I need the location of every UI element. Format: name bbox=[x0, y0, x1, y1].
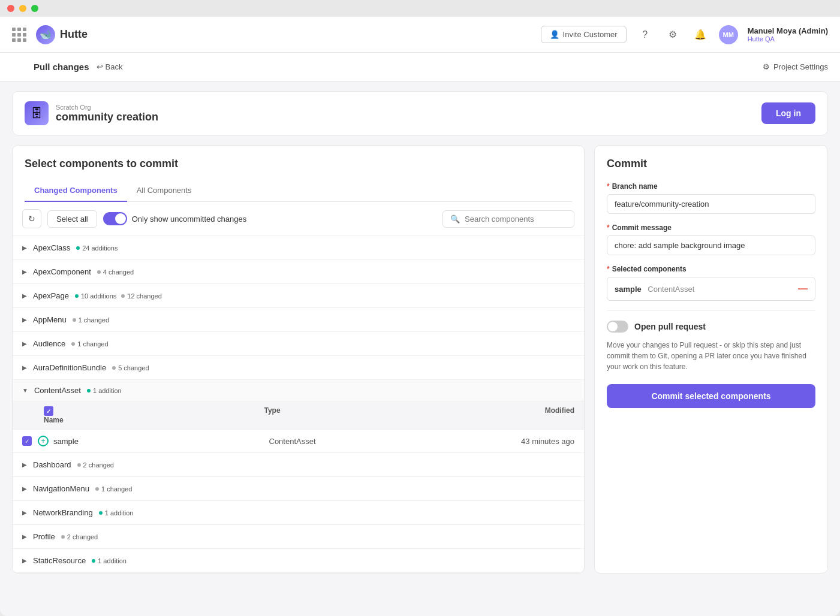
org-left: 🗄 Scratch Org community creation bbox=[25, 101, 158, 125]
refresh-button[interactable]: ↻ bbox=[22, 209, 41, 228]
maximize-button[interactable] bbox=[31, 5, 38, 12]
component-badge: 1 addition bbox=[99, 509, 134, 517]
settings-icon[interactable]: ⚙ bbox=[664, 26, 682, 44]
logo[interactable]: 🐋 Hutte bbox=[36, 25, 88, 44]
back-arrow-icon: ↩ bbox=[97, 62, 103, 71]
list-item[interactable]: ▶ Profile 2 changed bbox=[13, 525, 584, 549]
col-type-header: Type bbox=[264, 406, 485, 424]
component-list: ▶ ApexClass 24 additions ▶ ApexComponent bbox=[13, 236, 584, 573]
minimize-button[interactable] bbox=[19, 5, 26, 12]
badge-dot-gray bbox=[71, 342, 75, 346]
chevron-down-icon: ▼ bbox=[22, 387, 28, 394]
uncommitted-toggle-area: Only show uncommitted changes bbox=[103, 212, 246, 225]
file-name: sample bbox=[53, 437, 269, 446]
badge-dot-gray bbox=[112, 366, 116, 370]
component-name: StaticResource bbox=[33, 556, 86, 565]
chevron-right-icon: ▶ bbox=[22, 340, 27, 347]
open-pr-toggle-row: Open pull request bbox=[607, 321, 815, 333]
org-icon: 🗄 bbox=[25, 101, 49, 125]
open-pr-description: Move your changes to Pull request - or s… bbox=[607, 340, 815, 372]
uncommitted-toggle-label: Only show uncommitted changes bbox=[132, 215, 246, 224]
select-all-button[interactable]: Select all bbox=[47, 210, 97, 228]
component-name: NetworkBranding bbox=[33, 508, 93, 517]
chevron-right-icon: ▶ bbox=[22, 485, 27, 492]
badge-dot-gray bbox=[97, 270, 101, 274]
list-item[interactable]: ▶ ApexComponent 4 changed bbox=[13, 260, 584, 284]
file-type: ContentAsset bbox=[269, 437, 485, 446]
user-org: Hutte QA bbox=[748, 35, 828, 43]
divider bbox=[607, 310, 815, 311]
list-item[interactable]: ▶ Dashboard 2 changed bbox=[13, 453, 584, 477]
list-item[interactable]: ▶ AuraDefinitionBundle 5 changed bbox=[13, 356, 584, 380]
badge-dot-green bbox=[99, 511, 103, 515]
badge-dot-gray bbox=[77, 463, 81, 467]
component-name: Profile bbox=[33, 532, 55, 541]
org-name: community creation bbox=[56, 111, 158, 123]
list-item[interactable]: ▶ ApexPage 10 additions 12 changed bbox=[13, 284, 584, 308]
grid-menu-icon[interactable] bbox=[12, 28, 26, 42]
branch-name-field: * Branch name bbox=[607, 182, 815, 214]
org-details: Scratch Org community creation bbox=[56, 104, 158, 123]
component-badge: 1 changed bbox=[95, 485, 132, 493]
component-badge: 24 additions bbox=[76, 244, 118, 252]
title-bar bbox=[0, 0, 840, 17]
uncommitted-toggle[interactable] bbox=[103, 212, 127, 225]
component-badge: 10 additions 12 changed bbox=[75, 292, 162, 300]
list-item[interactable]: ▼ ContentAsset 1 addition bbox=[13, 380, 584, 401]
tab-all-components[interactable]: All Components bbox=[127, 180, 201, 202]
badge-dot-gray bbox=[121, 294, 125, 298]
notifications-icon[interactable]: 🔔 bbox=[691, 26, 709, 44]
commit-message-field: * Commit message bbox=[607, 224, 815, 255]
selected-components-label: * Selected components bbox=[607, 265, 815, 273]
remove-component-button[interactable]: — bbox=[798, 283, 808, 294]
file-checkbox[interactable] bbox=[22, 436, 32, 446]
badge-dot-green bbox=[75, 294, 79, 298]
nav-right: 👤 Invite Customer ? ⚙ 🔔 MM Manuel Moya (… bbox=[541, 25, 828, 44]
close-button[interactable] bbox=[7, 5, 14, 12]
org-type: Scratch Org bbox=[56, 104, 158, 111]
project-settings-button[interactable]: ⚙ Project Settings bbox=[763, 62, 828, 71]
list-item[interactable]: ▶ NetworkBranding 1 addition bbox=[13, 501, 584, 525]
main-content: Select components to commit Changed Comp… bbox=[0, 145, 840, 585]
list-item[interactable]: ▶ Audience 1 changed bbox=[13, 332, 584, 356]
back-button[interactable]: ↩ Back bbox=[97, 62, 123, 71]
selected-components-field: * Selected components sample ContentAsse… bbox=[607, 265, 815, 301]
open-pr-toggle[interactable] bbox=[607, 321, 628, 333]
commit-title: Commit bbox=[607, 158, 815, 170]
tab-changed-components[interactable]: Changed Components bbox=[25, 180, 127, 202]
invite-customer-button[interactable]: 👤 Invite Customer bbox=[541, 26, 627, 43]
chevron-right-icon: ▶ bbox=[22, 244, 27, 251]
chevron-right-icon: ▶ bbox=[22, 268, 27, 275]
chevron-right-icon: ▶ bbox=[22, 461, 27, 468]
chevron-right-icon: ▶ bbox=[22, 316, 27, 323]
branch-name-input[interactable] bbox=[607, 194, 815, 214]
badge-dot-green bbox=[76, 246, 80, 250]
selected-comp-name: sample bbox=[615, 285, 642, 294]
header-checkbox[interactable] bbox=[44, 406, 53, 416]
commit-message-input[interactable] bbox=[607, 235, 815, 255]
component-badge: 1 addition bbox=[87, 387, 122, 394]
component-badge: 1 changed bbox=[73, 316, 109, 324]
component-badge: 1 changed bbox=[71, 340, 108, 348]
list-item[interactable]: ▶ NavigationMenu 1 changed bbox=[13, 477, 584, 501]
component-name: Audience bbox=[33, 339, 65, 348]
help-icon[interactable]: ? bbox=[636, 26, 654, 44]
list-item[interactable]: ▶ StaticResource 1 addition bbox=[13, 549, 584, 573]
list-item[interactable]: ▶ ApexClass 24 additions bbox=[13, 236, 584, 260]
chevron-right-icon: ▶ bbox=[22, 292, 27, 299]
commit-button[interactable]: Commit selected components bbox=[607, 384, 815, 408]
panel-header: Select components to commit Changed Comp… bbox=[13, 146, 584, 202]
person-icon: 👤 bbox=[550, 30, 559, 39]
add-icon: + bbox=[38, 436, 49, 446]
component-badge: 5 changed bbox=[112, 364, 149, 372]
list-item[interactable]: ▶ AppMenu 1 changed bbox=[13, 308, 584, 332]
login-button[interactable]: Log in bbox=[761, 102, 815, 124]
toolbar: ↻ Select all Only show uncommitted chang… bbox=[13, 202, 584, 236]
search-box[interactable]: 🔍 bbox=[442, 210, 574, 228]
search-input[interactable] bbox=[465, 215, 567, 224]
chevron-right-icon: ▶ bbox=[22, 557, 27, 564]
table-row: + sample ContentAsset 43 minutes ago bbox=[13, 430, 584, 453]
component-name: AuraDefinitionBundle bbox=[33, 363, 106, 372]
app-window: 🐋 Hutte 👤 Invite Customer ? ⚙ 🔔 MM Manue… bbox=[0, 0, 840, 616]
chevron-right-icon: ▶ bbox=[22, 509, 27, 516]
